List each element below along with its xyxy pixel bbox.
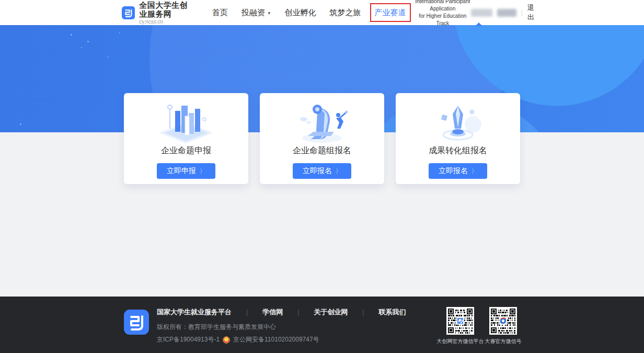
logout-button[interactable]: 退出 — [527, 3, 539, 22]
separator: | — [362, 309, 364, 316]
nav-item-investment[interactable]: 投融资 ▼ — [242, 8, 271, 18]
banner-dot — [71, 34, 72, 36]
nav-label: 投融资 — [242, 8, 265, 18]
isometric-buildings-icon — [154, 101, 218, 143]
nav-item-incubation[interactable]: 创业孵化 — [285, 8, 316, 18]
chevron-right-icon: 〉 — [200, 167, 205, 175]
user-name-redacted — [471, 9, 492, 17]
card-title: 企业命题组报名 — [293, 145, 351, 156]
card-title: 成果转化组报名 — [429, 145, 487, 156]
security-record-link[interactable]: 京公网安备11010202009747号 — [233, 335, 319, 344]
chevron-down-icon: ▼ — [267, 11, 271, 16]
qr-label: 大创网官方微信平台 — [437, 338, 484, 345]
intl-line2: for Higher Education Track — [415, 13, 471, 27]
declare-now-button[interactable]: 立即申报 〉 — [157, 163, 215, 179]
intl-line1: International Participant Application — [415, 0, 471, 13]
public-security-badge-icon — [223, 336, 230, 344]
card-enterprise-topic-group-signup: 企业命题组报名 立即报名 〉 — [260, 93, 384, 184]
action-cards: 企业命题申报 立即申报 〉 企业命题组报名 立即 — [124, 93, 520, 184]
button-label: 立即报名 — [439, 166, 468, 176]
scroll-document-icon — [290, 101, 354, 143]
site-logo[interactable]: 全国大学生创业服务网 cy.ncss.cn — [122, 1, 194, 25]
site-name: 全国大学生创业服务网 — [139, 1, 194, 19]
footer-link-employment-platform[interactable]: 国家大学生就业服务平台 — [157, 308, 232, 317]
button-label: 立即申报 — [167, 166, 196, 176]
card-enterprise-topic-declare: 企业命题申报 立即申报 〉 — [124, 93, 248, 184]
user-menu-arrow-icon — [475, 22, 482, 26]
user-name-redacted — [497, 9, 516, 17]
cy-logo-icon — [122, 3, 135, 22]
nav-item-industry-track[interactable]: 产业赛道 — [375, 8, 406, 18]
footer-cy-logo-icon — [124, 310, 149, 335]
chevron-right-icon: 〉 — [336, 167, 341, 175]
qr-wechat-platform: 大创网官方微信平台 — [446, 307, 474, 345]
footer-link-chsi[interactable]: 学信网 — [262, 308, 283, 317]
international-application-link[interactable]: International Participant Application fo… — [415, 0, 471, 27]
card-title: 企业命题申报 — [161, 145, 211, 156]
nav-label: 产业赛道 — [375, 8, 406, 18]
qr-code-image — [489, 307, 517, 335]
copyright-text: 版权所有：教育部学生服务与素质发展中心 — [157, 323, 406, 332]
nav-label: 筑梦之旅 — [330, 8, 361, 18]
separator: | — [521, 9, 523, 16]
footer-links: 国家大学生就业服务平台 | 学信网 | 关于创业网 | 联系我们 — [157, 308, 406, 317]
chevron-right-icon: 〉 — [472, 167, 477, 175]
card-achievement-transformation-signup: 成果转化组报名 立即报名 〉 — [396, 93, 520, 184]
nav-item-dream-journey[interactable]: 筑梦之旅 — [330, 8, 361, 18]
user-area: | 退出 — [471, 3, 539, 22]
icp-record-link[interactable]: 京ICP备19004913号-1 — [157, 335, 220, 344]
footer: 国家大学生就业服务平台 | 学信网 | 关于创业网 | 联系我们 版权所有：教育… — [0, 297, 644, 353]
header: 全国大学生创业服务网 cy.ncss.cn 首页 投融资 ▼ 创业孵化 筑梦之旅… — [0, 0, 644, 25]
qr-code-image — [446, 307, 474, 335]
qr-label: 大赛官方微信号 — [485, 338, 522, 345]
separator: | — [297, 309, 299, 316]
main-nav: 首页 投融资 ▼ 创业孵化 筑梦之旅 产业赛道 — [212, 8, 406, 18]
qr-codes: 大创网官方微信平台 — [446, 307, 517, 345]
banner-dot — [81, 47, 82, 48]
separator: | — [246, 309, 248, 316]
banner-dot — [107, 56, 108, 58]
qr-center-logo-contest — [500, 318, 507, 324]
signup-now-button[interactable]: 立即报名 〉 — [429, 163, 487, 179]
site-domain: cy.ncss.cn — [139, 19, 194, 25]
nav-label: 创业孵化 — [285, 8, 316, 18]
banner-dot — [87, 41, 89, 42]
footer-link-about[interactable]: 关于创业网 — [314, 308, 348, 317]
signup-now-button[interactable]: 立即报名 〉 — [293, 163, 351, 179]
button-label: 立即报名 — [303, 166, 332, 176]
footer-link-contact[interactable]: 联系我们 — [378, 308, 406, 317]
banner-dot — [20, 123, 21, 125]
qr-wechat-contest: 大赛官方微信号 — [489, 307, 517, 345]
banner-dot — [119, 32, 120, 33]
nav-item-home[interactable]: 首页 — [212, 8, 228, 18]
nav-label: 首页 — [212, 8, 228, 18]
crystal-gem-icon — [426, 101, 490, 143]
